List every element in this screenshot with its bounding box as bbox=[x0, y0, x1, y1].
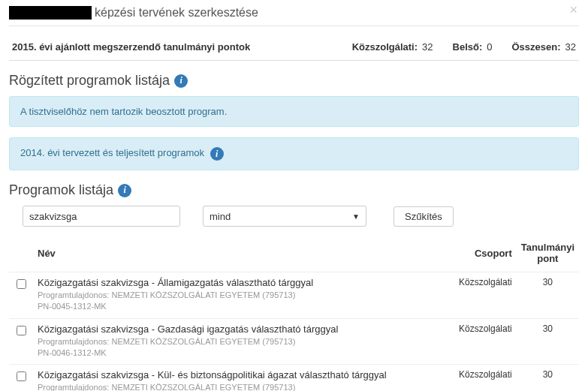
row-checkbox[interactable] bbox=[17, 279, 26, 289]
table-row: Közigazgatási szakvizsga - Államigazgatá… bbox=[9, 272, 579, 319]
table-row: Közigazgatási szakvizsga - Kül- és bizto… bbox=[9, 365, 579, 391]
programs-list-title-text: Programok listája bbox=[9, 182, 113, 198]
search-input[interactable] bbox=[23, 206, 180, 227]
fixed-programs-title: Rögzített programok listája i bbox=[9, 73, 579, 89]
points-lead: 2015. évi ajánlott megszerzendő tanulmán… bbox=[12, 41, 346, 53]
programs-list-title: Programok listája i bbox=[9, 182, 579, 198]
row-points: 30 bbox=[517, 318, 579, 365]
programs-table: Név Csoport Tanulmányi pont Közigazgatás… bbox=[9, 237, 579, 391]
belso-label: Belső: bbox=[453, 41, 483, 53]
redacted-name bbox=[9, 6, 92, 20]
col-check bbox=[9, 237, 33, 272]
row-owner: Programtulajdonos: NEMZETI KÖZSZOLGÁLATI… bbox=[38, 336, 430, 347]
row-owner: Programtulajdonos: NEMZETI KÖZSZOLGÁLATI… bbox=[38, 382, 430, 391]
alert-planned-programs[interactable]: 2014. évi tervezett és teljesített progr… bbox=[9, 137, 579, 170]
row-group: Közszolgálati bbox=[434, 365, 517, 391]
row-title: Közigazgatási szakvizsga - Államigazgatá… bbox=[38, 277, 430, 288]
alert-planned-text: 2014. évi tervezett és teljesített progr… bbox=[20, 147, 204, 158]
alert-no-assigned: A tisztviselőhöz nem tartozik beosztott … bbox=[9, 96, 579, 127]
col-points: Tanulmányi pont bbox=[517, 237, 579, 272]
fixed-programs-title-text: Rögzített programok listája bbox=[9, 73, 170, 89]
row-points: 30 bbox=[517, 365, 579, 391]
kozszolgalati-value: 32 bbox=[422, 41, 433, 53]
points-summary: 2015. évi ajánlott megszerzendő tanulmán… bbox=[9, 31, 579, 61]
table-row: Közigazgatási szakvizsga - Gazdasági iga… bbox=[9, 318, 579, 365]
row-checkbox[interactable] bbox=[17, 326, 26, 335]
col-group: Csoport bbox=[434, 237, 517, 272]
modal-title: képzési tervének szerkesztése bbox=[95, 6, 258, 20]
filter-button[interactable]: Szűkítés bbox=[394, 206, 454, 227]
row-checkbox[interactable] bbox=[17, 371, 26, 381]
info-icon[interactable]: i bbox=[210, 147, 224, 161]
belso-value: 0 bbox=[487, 41, 492, 53]
kozszolgalati-label: Közszolgálati: bbox=[352, 41, 418, 53]
col-name: Név bbox=[33, 237, 434, 272]
row-title: Közigazgatási szakvizsga - Gazdasági iga… bbox=[38, 323, 430, 335]
filter-select[interactable]: mind ▼ bbox=[203, 206, 366, 227]
osszesen-label: Összesen: bbox=[511, 41, 560, 53]
row-code: PN-0045-1312-MK bbox=[38, 301, 430, 312]
row-code: PN-0046-1312-MK bbox=[38, 347, 430, 359]
row-title: Közigazgatási szakvizsga - Kül- és bizto… bbox=[38, 369, 430, 380]
chevron-down-icon: ▼ bbox=[352, 212, 360, 221]
filter-select-value: mind bbox=[210, 211, 231, 222]
row-owner: Programtulajdonos: NEMZETI KÖZSZOLGÁLATI… bbox=[38, 290, 430, 301]
info-icon[interactable]: i bbox=[174, 74, 188, 88]
close-icon[interactable]: × bbox=[569, 3, 577, 17]
row-group: Közszolgálati bbox=[434, 318, 517, 365]
osszesen-value: 32 bbox=[565, 41, 576, 53]
row-group: Közszolgálati bbox=[434, 272, 517, 319]
row-points: 30 bbox=[517, 272, 579, 319]
info-icon[interactable]: i bbox=[118, 184, 131, 197]
